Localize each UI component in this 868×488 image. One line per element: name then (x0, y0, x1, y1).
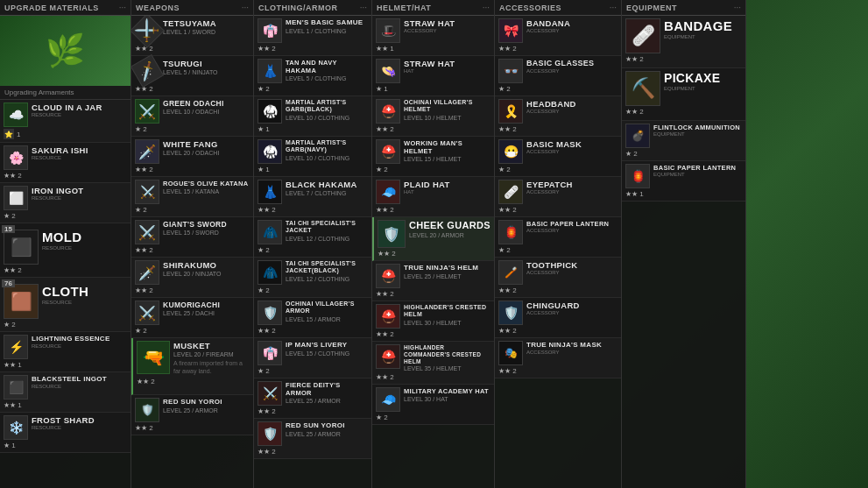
list-item[interactable]: 🗡️ TSURUGI LEVEL 5 / NINJATO ★★ 2 (131, 56, 253, 96)
item-name: EYEPATCH (526, 180, 617, 189)
item-icon: 🥋 (258, 99, 282, 124)
weapons-items-list: ⚔️ TETSUYAMA LEVEL 1 / SWORD ★★ 2 🗡️ TSU… (131, 16, 253, 488)
item-level: LEVEL 15 / ARMOR (286, 316, 368, 322)
item-icon: 🏮 (498, 220, 523, 244)
item-name: BANDAGE (664, 18, 742, 34)
list-item[interactable]: ⚡ LIGHTNING ESSENCE RESOURCE ★★ 1 (0, 332, 131, 372)
item-icon: 🧥 (258, 260, 282, 285)
list-item[interactable]: 🩹 BANDAGE EQUIPMENT ★★ 2 (622, 16, 745, 68)
col-title-clothing: CLOTHING/ARMOR (258, 4, 338, 12)
list-item[interactable]: 76 🟫 CLOTH RESOURCE ★ 2 (0, 278, 131, 332)
item-icon: 👗 (258, 180, 282, 204)
list-item[interactable]: ⛑️ TRUE NINJA'S HELM LEVEL 25 / HELMET ★… (372, 261, 494, 301)
list-item[interactable]: ⚔️ ROGUE'S OLIVE KATANA LEVEL 15 / KATAN… (131, 177, 253, 217)
list-item[interactable]: 🧥 TAI CHI SPECIALIST'S JACKET LEVEL 12 /… (254, 217, 371, 258)
list-item[interactable]: ⛑️ HIGHLANDER COMMANDER'S CRESTED HELM L… (372, 342, 494, 385)
column-accessories: ACCESSORIES ··· 🎀 BANDANA ACCESSORY ★★ 2… (495, 0, 622, 488)
item-name: CLOTH (42, 284, 127, 300)
list-item[interactable]: ☁️ CLOUD IN A JAR RESOURCE ⭐1 (0, 100, 131, 143)
item-level: LEVEL 1 / SWORD (163, 29, 250, 35)
list-item[interactable]: 👘 IP MAN'S LIVERY LEVEL 15 / CLOTHING ★ … (254, 338, 371, 378)
item-icon: 🗡️ (135, 260, 159, 285)
list-item[interactable]: 🛡️ OCHINAI VILLAGER'S ARMOR LEVEL 15 / A… (254, 298, 371, 338)
item-icon: ⛑️ (376, 99, 400, 124)
item-level: LEVEL 25 / ARMOR (163, 407, 250, 414)
list-item[interactable]: 🎭 TRUE NINJA'S MASK ACCESSORY ★★ 2 (495, 338, 621, 378)
item-name: IP MAN'S LIVERY (286, 341, 368, 350)
item-icon: 🧢 (376, 387, 400, 412)
item-icon: 🎭 (498, 341, 523, 365)
item-name: MARTIAL ARTIST'S GARB(BLACK) (286, 99, 368, 114)
list-item[interactable]: 👗 TAN AND NAVY HAKAMA LEVEL 5 / CLOTHING… (254, 56, 371, 96)
list-item[interactable]: 🧢 PLAID HAT HAT ★★ 2 (372, 177, 494, 217)
list-item[interactable]: ⛑️ OCHINAI VILLAGER'S HELMET LEVEL 10 / … (372, 96, 494, 137)
item-name: TAN AND NAVY HAKAMA (286, 59, 368, 74)
item-level: LEVEL 15 / KATANA (163, 188, 250, 194)
list-item[interactable]: 🏮 BASIC PAPER LANTERN EQUIPMENT ★★ 1 (622, 161, 745, 202)
list-item[interactable]: 🎀 BANDANA ACCESSORY ★★ 2 (495, 16, 621, 56)
list-item[interactable]: ⛑️ WORKING MAN'S HELMET LEVEL 15 / HELME… (372, 137, 494, 177)
list-item[interactable]: 💣 FLINTLOCK AMMUNITION EQUIPMENT ★ 2 (622, 121, 745, 161)
item-icon: 🧢 (376, 180, 400, 204)
list-item[interactable]: 🌸 SAKURA ISHI RESOURCE ★★ 2 (0, 143, 131, 183)
list-item[interactable]: 🎗️ HEADBAND ACCESSORY ★★ 2 (495, 96, 621, 137)
list-item[interactable]: 🧢 MILITARY ACADEMY HAT LEVEL 30 / HAT ★ … (372, 385, 494, 425)
list-item[interactable]: ⬛ BLACKSTEEL INGOT RESOURCE ★★ 1 (0, 372, 131, 413)
col-title-weapons: WEAPONS (136, 4, 180, 12)
list-item[interactable]: 😷 BASIC MASK ACCESSORY ★ 2 (495, 137, 621, 177)
item-name: BLACK HAKAMA (286, 180, 368, 189)
item-name: SHIRAKUMO (163, 260, 250, 270)
item-name: IRON INGOT (32, 186, 127, 195)
list-item-cheek-guards[interactable]: 🛡️ CHEEK GUARDS LEVEL 20 / ARMOR ★★ 2 (372, 217, 494, 261)
list-item[interactable]: ⚔️ TETSUYAMA LEVEL 1 / SWORD ★★ 2 (131, 16, 253, 56)
item-level: LEVEL 1 / CLOTHING (286, 28, 368, 34)
item-icon: 🥋 (258, 139, 282, 164)
upgrade-preview: 🌿 (0, 16, 131, 86)
list-item[interactable]: 🗡️ SHIRAKUMO LEVEL 20 / NINJATO ★★ 2 (131, 258, 253, 298)
list-item[interactable]: 👗 BLACK HAKAMA LEVEL 7 / CLOTHING ★★ 2 (254, 177, 371, 217)
item-name: WORKING MAN'S HELMET (404, 139, 490, 155)
list-item[interactable]: 🏮 BASIC PAPER LANTERN ACCESSORY ★ 2 (495, 217, 621, 258)
list-item[interactable]: ⛑️ HIGHLANDER'S CRESTED HELM LEVEL 30 / … (372, 301, 494, 342)
item-icon: 👗 (258, 59, 282, 83)
list-item[interactable]: 🥋 MARTIAL ARTIST'S GARB(BLACK) LEVEL 10 … (254, 96, 371, 137)
item-icon: ⚔️ (135, 99, 159, 124)
item-icon: 😷 (498, 139, 523, 164)
list-item[interactable]: ❄️ FROST SHARD RESOURCE ★ 1 (0, 413, 131, 453)
item-name: KUMORIGACHI (163, 301, 250, 309)
item-name: OCHINAI VILLAGER'S HELMET (404, 99, 490, 114)
list-item[interactable]: 🪥 TOOTHPICK ACCESSORY ★★ 2 (495, 258, 621, 298)
list-item[interactable]: 🔫 MUSKET LEVEL 20 / FIREARM A firearm im… (131, 338, 253, 395)
list-item[interactable]: 🛡️ CHINGUARD ACCESSORY ★★ 2 (495, 298, 621, 338)
main-container: UPGRADE MATERIALS ··· 🌿 Upgrading Armame… (0, 0, 868, 488)
list-item[interactable]: 🛡️ RED SUN YOROI LEVEL 25 / ARMOR ★★ 2 (254, 419, 371, 459)
list-item[interactable]: 🛡️ RED SUN YOROI LEVEL 25 / ARMOR ★★ 2 (131, 395, 253, 435)
list-item[interactable]: 🥋 MARTIAL ARTIST'S GARB(NAVY) LEVEL 10 /… (254, 137, 371, 177)
list-item[interactable]: 🧥 TAI CHI SPECIALIST'S JACKET(BLACK) LEV… (254, 258, 371, 298)
list-item[interactable]: 🩹 EYEPATCH ACCESSORY ★★ 2 (495, 177, 621, 217)
item-name: MARTIAL ARTIST'S GARB(NAVY) (286, 139, 368, 154)
item-level: LEVEL 15 / HELMET (404, 156, 490, 162)
list-item[interactable]: ⚔️ GREEN ODACHI LEVEL 10 / ODACHI ★ 2 (131, 96, 253, 137)
item-icon: ⛑️ (376, 139, 400, 164)
list-item[interactable]: ⚔️ GIANT'S SWORD LEVEL 15 / SWORD ★★ 2 (131, 217, 253, 258)
item-tag: HAT (404, 68, 490, 74)
list-item[interactable]: ⛏️ PICKAXE EQUIPMENT ★★ 2 (622, 68, 745, 121)
item-level: LEVEL 25 / DACHI (163, 310, 250, 316)
item-name: HEADBAND (526, 99, 617, 109)
list-item[interactable]: 👒 STRAW HAT HAT ★ 1 (372, 56, 494, 96)
list-item[interactable]: 👓 BASIC GLASSES ACCESSORY ★ 2 (495, 56, 621, 96)
item-icon: ⛑️ (376, 344, 400, 369)
list-item[interactable]: 🎩 STRAW HAT ACCESSORY ★★ 1 (372, 16, 494, 56)
item-level: LEVEL 15 / CLOTHING (286, 350, 368, 357)
item-tag: RESOURCE (42, 300, 127, 305)
list-item[interactable]: 👘 MEN'S BASIC SAMUE LEVEL 1 / CLOTHING ★… (254, 16, 371, 56)
list-item[interactable]: 15 ⬛ MOLD RESOURCE ★★ 2 (0, 223, 131, 278)
item-name: BLACKSTEEL INGOT (32, 375, 127, 384)
list-item[interactable]: ⬜ IRON INGOT RESOURCE ★ 2 (0, 183, 131, 223)
list-item[interactable]: 🗡️ WHITE FANG LEVEL 20 / ODACHI ★★ 2 (131, 137, 253, 177)
item-name: RED SUN YOROI (163, 398, 250, 407)
list-item[interactable]: ⚔️ KUMORIGACHI LEVEL 25 / DACHI ★ 2 (131, 298, 253, 338)
item-level: LEVEL 12 / CLOTHING (286, 276, 368, 282)
list-item[interactable]: ⚔️ FIERCE DEITY'S ARMOR LEVEL 25 / ARMOR… (254, 378, 371, 419)
